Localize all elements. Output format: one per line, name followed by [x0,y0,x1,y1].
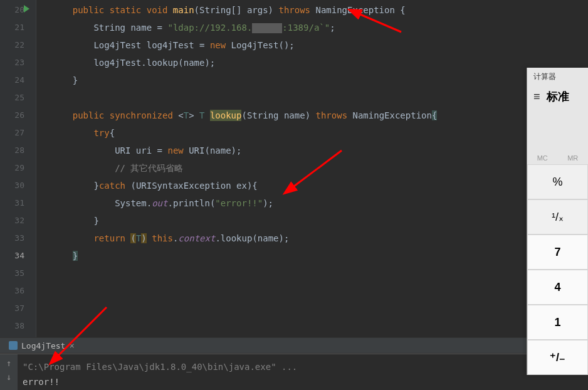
mc-button[interactable]: MC [537,154,548,162]
run-console[interactable]: ↑ ↓ "C:\Program Files\Java\jdk1.8.0_40\b… [0,354,588,390]
line-number: 20 [0,1,36,19]
run-tab-bar: Log4jTest × [0,337,588,354]
line-number: 32 [0,212,36,229]
percent-button[interactable]: % [527,164,588,199]
four-button[interactable]: 4 [527,270,588,305]
one-button[interactable]: 1 [527,305,588,340]
calculator-title: 计算器 [527,68,588,85]
mr-button[interactable]: MR [567,154,578,162]
run-gutter-icon[interactable] [24,5,29,13]
calculator-memory-row: MC MR [527,152,588,164]
arrow-down-icon[interactable]: ↓ [6,372,11,382]
line-gutter: 20 21 22 23 24 25 26 27 28 29 30 31 32 3… [0,0,36,337]
line-number: 22 [0,36,36,54]
code-editor[interactable]: 20 21 22 23 24 25 26 27 28 29 30 31 32 3… [0,0,588,337]
line-number: 33 [0,229,36,247]
console-output: "C:\Program Files\Java\jdk1.8.0_40\bin\j… [0,354,588,389]
tab-label: Log4jTest [21,341,65,350]
hamburger-icon[interactable]: ≡ [533,90,540,103]
line-number: 28 [0,142,36,159]
line-number: 31 [0,194,36,212]
line-number: 25 [0,89,36,107]
reciprocal-button[interactable]: ¹/ₓ [527,199,588,235]
plus-minus-button[interactable]: ⁺/₋ [527,340,588,375]
calculator-app[interactable]: 计算器 ≡ 标准 MC MR % ¹/ₓ 7 4 1 ⁺/₋ [527,68,588,375]
seven-button[interactable]: 7 [527,235,588,270]
console-toolbar: ↑ ↓ [0,354,18,390]
line-number: 37 [0,300,36,317]
line-number: 35 [0,265,36,282]
calculator-display [527,108,588,152]
arrow-up-icon[interactable]: ↑ [6,358,11,368]
line-number: 23 [0,54,36,71]
line-number: 30 [0,177,36,194]
code-content[interactable]: public static void main(String[] args) t… [36,0,588,337]
line-number: 27 [0,124,36,142]
java-class-icon [9,341,18,350]
calculator-mode: 标准 [547,89,569,104]
line-number: 26 [0,107,36,124]
line-number: 36 [0,282,36,300]
line-number: 38 [0,317,36,335]
line-number: 34 [0,247,36,265]
censored-ip [252,23,282,33]
run-tab[interactable]: Log4jTest × [4,339,80,352]
line-number: 21 [0,19,36,36]
close-icon[interactable]: × [69,340,74,350]
line-number: 24 [0,71,36,89]
line-number: 29 [0,159,36,177]
